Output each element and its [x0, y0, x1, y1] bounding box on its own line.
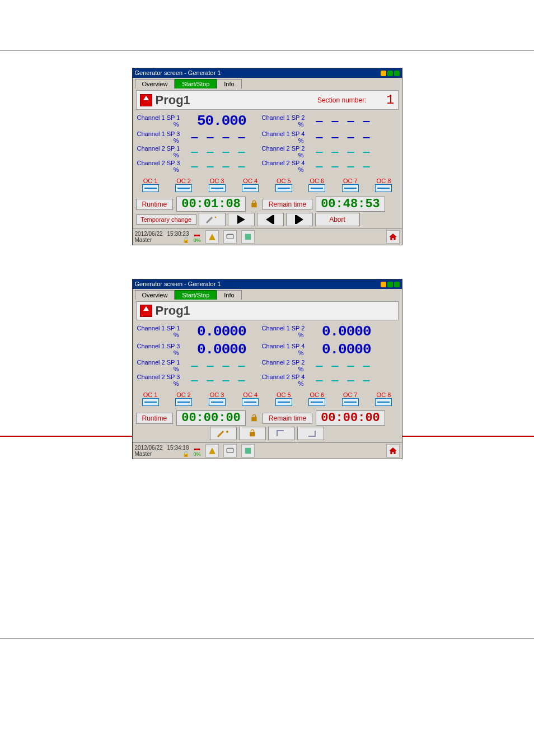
oc-indicator[interactable]: OC 4 — [239, 391, 261, 406]
generator-panel: Generator screen - Generator 1OverviewSt… — [132, 279, 402, 459]
status-date: 2012/06/22 — [135, 231, 163, 237]
channel-label: Channel 2 SP 1 — [137, 359, 185, 366]
oc-state-icon — [375, 184, 392, 192]
channel-unit: % — [262, 332, 310, 338]
play-button[interactable] — [228, 213, 255, 226]
oc-label: OC 4 — [243, 391, 257, 398]
unlock-button[interactable] — [239, 427, 266, 440]
oc-indicator[interactable]: OC 6 — [306, 391, 328, 406]
window-title: Generator screen - Generator 1 — [135, 68, 221, 78]
channel-unit: % — [137, 380, 185, 387]
tab-start_stop[interactable]: Start/Stop — [175, 79, 217, 88]
status-led-2 — [387, 282, 393, 287]
channel-label: Channel 2 SP 2 — [262, 145, 310, 152]
alarm-icon[interactable] — [205, 230, 219, 244]
channel-value: 0.0000 — [310, 341, 374, 358]
oc-indicator[interactable]: OC 7 — [339, 178, 362, 192]
status-led-1 — [381, 282, 386, 287]
channel-label: Channel 2 SP 4 — [262, 374, 310, 380]
channel-unit: % — [137, 332, 185, 338]
tab-bar: OverviewStart/StopInfo — [133, 78, 402, 88]
svg-rect-4 — [245, 448, 251, 454]
oc-indicator[interactable]: OC 6 — [306, 178, 328, 192]
channel-label: Channel 1 SP 2 — [262, 114, 310, 121]
lock-closed-icon[interactable] — [249, 199, 259, 209]
oc-indicator[interactable]: OC 1 — [139, 178, 162, 192]
oc-indicator[interactable]: OC 4 — [239, 178, 261, 192]
channel-unit: % — [262, 137, 310, 144]
oc-state-icon — [275, 184, 292, 192]
oc-state-icon — [142, 398, 159, 406]
channel-label: Channel 1 SP 1 — [137, 114, 185, 121]
settings-icon[interactable] — [241, 444, 255, 458]
home-button[interactable] — [386, 230, 400, 244]
oc-state-icon — [342, 184, 359, 192]
channel-grid: Channel 1 SP 1%50.000Channel 1 SP 2%— — … — [133, 111, 402, 175]
channel-unit: % — [137, 349, 185, 356]
status-bar: 2012/06/22Master15:30:23🔓▬0% — [133, 228, 402, 245]
channel-value: 50.000 — [185, 113, 250, 129]
oc-indicator[interactable]: OC 5 — [273, 178, 295, 192]
channel-value: — — — — — [185, 374, 250, 387]
status-led-1 — [381, 71, 386, 76]
oc-indicator[interactable]: OC 2 — [172, 178, 195, 192]
oc-indicator[interactable]: OC 3 — [206, 178, 228, 192]
corner-button-a[interactable] — [268, 427, 295, 440]
status-led-3 — [394, 71, 400, 76]
oc-indicator[interactable]: OC 1 — [139, 391, 162, 406]
oc-label: OC 8 — [377, 178, 391, 184]
tab-bar: OverviewStart/StopInfo — [133, 289, 402, 300]
oc-indicator[interactable]: OC 7 — [339, 391, 362, 406]
step-back-icon — [266, 215, 274, 224]
oc-indicator[interactable]: OC 8 — [372, 391, 395, 406]
channel-value: 0.0000 — [185, 341, 250, 358]
edit-button[interactable] — [199, 213, 226, 226]
oc-state-icon — [142, 184, 159, 192]
screen-icon[interactable] — [223, 230, 237, 244]
oc-state-icon — [242, 184, 259, 192]
channel-value: — — — — — [185, 160, 250, 173]
screen-icon[interactable] — [223, 444, 237, 458]
remain-value: 00:48:53 — [316, 197, 385, 212]
oc-label: OC 6 — [310, 391, 324, 398]
home-button[interactable] — [386, 444, 400, 458]
channel-unit: % — [262, 349, 310, 356]
tab-info[interactable]: Info — [217, 290, 241, 300]
window-title: Generator screen - Generator 1 — [135, 279, 221, 289]
settings-icon[interactable] — [241, 230, 255, 244]
oc-state-icon — [242, 398, 259, 406]
tab-start_stop[interactable]: Start/Stop — [175, 290, 217, 300]
oc-label: OC 2 — [176, 391, 191, 398]
channel-unit: % — [137, 121, 185, 128]
runtime-value: 00:00:00 — [176, 410, 246, 426]
step-back-button[interactable] — [257, 213, 284, 226]
corner-button-b[interactable] — [297, 427, 324, 440]
oc-indicator[interactable]: OC 5 — [273, 391, 295, 406]
oc-indicator[interactable]: OC 2 — [172, 391, 195, 406]
svg-point-2 — [226, 431, 228, 433]
tab-info[interactable]: Info — [217, 79, 241, 88]
channel-label: Channel 2 SP 2 — [262, 359, 310, 366]
alarm-icon[interactable] — [205, 444, 219, 458]
channel-value: 0.0000 — [310, 323, 374, 340]
oc-state-icon — [275, 398, 292, 406]
abort-button[interactable]: Abort — [315, 213, 360, 226]
program-name: Prog1 — [156, 93, 190, 108]
channel-label: Channel 2 SP 1 — [137, 145, 185, 152]
channel-unit: % — [137, 166, 185, 173]
oc-state-icon — [308, 184, 325, 192]
step-forward-button[interactable] — [286, 213, 313, 226]
channel-unit: % — [137, 137, 185, 144]
tab-overview[interactable]: Overview — [135, 79, 175, 88]
oc-indicator[interactable]: OC 8 — [372, 178, 395, 192]
lock-open-icon[interactable] — [249, 413, 259, 423]
play-icon — [237, 215, 245, 224]
keyboard-icon: ▬ — [194, 231, 200, 237]
step-forward-icon — [295, 215, 303, 224]
status-time: 15:34:18 — [167, 445, 189, 451]
oc-indicator[interactable]: OC 3 — [206, 391, 228, 406]
edit-button[interactable] — [210, 427, 237, 440]
channel-unit: % — [137, 366, 185, 372]
channel-value: — — — — — [310, 360, 374, 372]
tab-overview[interactable]: Overview — [135, 290, 175, 300]
